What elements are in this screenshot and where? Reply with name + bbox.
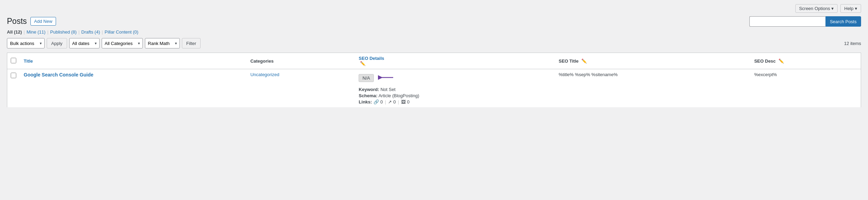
links-row: Links: 🔗 0 | ↗ 0 | 🖼 0 — [359, 99, 550, 104]
seo-title-column-header: SEO Title ✏️ — [554, 53, 750, 69]
internal-links-count: 0 — [380, 99, 383, 104]
filter-link-published[interactable]: Published (8) — [50, 29, 77, 35]
page-title: Posts — [7, 16, 27, 27]
row-checkbox-cell — [7, 69, 20, 108]
bulk-actions-select[interactable]: Bulk actions — [7, 38, 45, 48]
select-all-header — [7, 53, 20, 69]
seo-desc-cell: %excerpt% — [750, 69, 861, 108]
seo-desc-value: %excerpt% — [754, 72, 777, 77]
external-links-count: 0 — [393, 99, 396, 104]
select-all-checkbox[interactable] — [11, 58, 16, 63]
all-dates-select[interactable]: All dates — [69, 38, 100, 48]
external-link-icon: ↗ — [388, 99, 392, 104]
seo-details-sort-link[interactable]: SEO Details — [359, 56, 550, 61]
search-posts-button[interactable]: Search Posts — [825, 16, 861, 27]
rank-math-wrapper: Rank Math — [145, 38, 180, 48]
filter-link-pillar-content[interactable]: Pillar Content (0) — [105, 29, 139, 35]
seo-desc-column-header: SEO Desc ✏️ — [750, 53, 861, 69]
all-categories-wrapper: All Categories — [102, 38, 143, 48]
seo-details-column-header: SEO Details ✏️ — [354, 53, 554, 69]
add-new-button[interactable]: Add New — [30, 17, 56, 26]
screen-options-label: Screen Options — [799, 6, 830, 11]
post-category-cell: Uncategorized — [246, 69, 354, 108]
rank-math-select[interactable]: Rank Math — [145, 38, 180, 48]
schema-value: Article (BlogPosting) — [378, 93, 419, 98]
seo-title-value: %title% %sep% %sitename% — [558, 72, 618, 77]
search-input[interactable] — [749, 16, 825, 27]
keyword-row: Keyword: Not Set — [359, 87, 550, 92]
category-link[interactable]: Uncategorized — [250, 72, 279, 77]
seo-desc-edit-icon[interactable]: ✏️ — [778, 58, 784, 64]
seo-details-edit-icon[interactable]: ✏️ — [360, 61, 366, 66]
filter-link-drafts[interactable]: Drafts (4) — [81, 29, 100, 35]
filter-link-all[interactable]: All (12) — [7, 29, 22, 35]
items-count: 12 items — [844, 41, 861, 46]
help-label: Help — [844, 6, 853, 11]
seo-title-edit-icon[interactable]: ✏️ — [581, 58, 587, 64]
keyword-value: Not Set — [380, 87, 395, 92]
screen-options-button[interactable]: Screen Options ▾ — [795, 4, 838, 13]
all-categories-select[interactable]: All Categories — [102, 38, 143, 48]
bulk-actions-wrapper: Bulk actions — [7, 38, 45, 48]
title-sort-link[interactable]: Title — [24, 58, 242, 64]
seo-details-cell: N/A — [354, 69, 554, 108]
help-button[interactable]: Help ▾ — [840, 4, 861, 13]
arrow-indicator — [378, 72, 395, 84]
schema-row: Schema: Article (BlogPosting) — [359, 93, 550, 98]
dropdown-arrow-icon: ▾ — [831, 6, 834, 11]
internal-link-icon: 🔗 — [373, 99, 379, 104]
table-row: Google Search Console Guide Uncategorize… — [7, 69, 861, 108]
filter-link-mine[interactable]: Mine (11) — [27, 29, 46, 35]
image-links-count: 0 — [407, 99, 409, 104]
all-dates-wrapper: All dates — [69, 38, 100, 48]
seo-score-badge: N/A — [359, 74, 374, 82]
filter-button[interactable]: Filter — [182, 38, 201, 48]
apply-button[interactable]: Apply — [47, 38, 67, 48]
post-title-cell: Google Search Console Guide — [20, 69, 246, 108]
schema-label: Schema: — [359, 93, 377, 98]
filter-links: All (12) | Mine (11) | Published (8) | D… — [7, 29, 861, 35]
keyword-label: Keyword: — [359, 87, 379, 92]
post-title-link[interactable]: Google Search Console Guide — [24, 72, 93, 78]
image-link-icon: 🖼 — [401, 99, 406, 104]
title-column-header: Title — [20, 53, 246, 69]
seo-title-cell: %title% %sep% %sitename% — [554, 69, 750, 108]
links-label: Links: — [359, 99, 372, 104]
categories-column-header: Categories — [246, 53, 354, 69]
row-checkbox[interactable] — [11, 73, 16, 78]
posts-table: Title Categories SEO Details ✏️ SEO Titl… — [7, 53, 861, 108]
dropdown-arrow-icon: ▾ — [855, 6, 857, 11]
